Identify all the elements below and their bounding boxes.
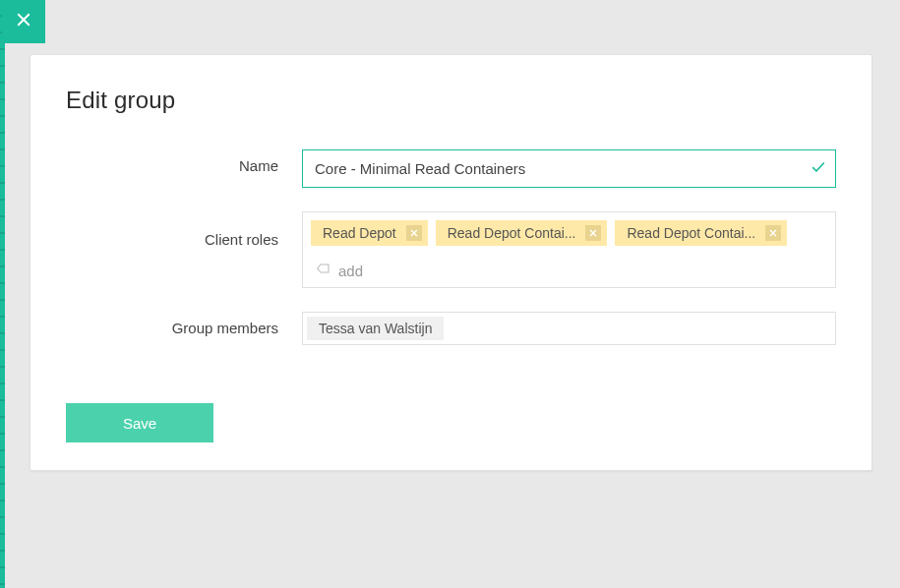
name-input-wrap [302, 149, 836, 188]
row-client-roles: Client roles Read Depot Read Depot Conta… [66, 211, 836, 288]
remove-role-button[interactable] [585, 225, 601, 241]
member-chip: Tessa van Walstijn [307, 317, 444, 340]
role-tag: Read Depot Contai... [615, 220, 787, 246]
check-icon [810, 159, 826, 179]
remove-role-button[interactable] [406, 225, 422, 241]
close-icon [15, 11, 32, 32]
role-tag-label: Read Depot [323, 225, 396, 241]
name-input[interactable] [302, 149, 836, 188]
role-tag: Read Depot [311, 220, 428, 246]
page-title: Edit group [66, 87, 836, 114]
client-roles-input[interactable]: Read Depot Read Depot Contai... [302, 211, 836, 288]
role-tag: Read Depot Contai... [436, 220, 608, 246]
sidebar-accent [0, 0, 5, 588]
role-tag-label: Read Depot Contai... [627, 225, 755, 241]
row-group-members: Group members Tessa van Walstijn [66, 312, 836, 345]
add-role-placeholder: add [338, 263, 363, 279]
group-members-input[interactable]: Tessa van Walstijn [302, 312, 836, 345]
label-name: Name [66, 149, 302, 174]
member-chip-label: Tessa van Walstijn [319, 321, 432, 336]
label-client-roles: Client roles [66, 211, 302, 248]
remove-role-button[interactable] [765, 225, 781, 241]
add-role-row[interactable]: add [311, 260, 827, 285]
row-name: Name [66, 149, 836, 188]
role-tag-label: Read Depot Contai... [448, 225, 576, 241]
edit-group-panel: Edit group Name Client roles Read Depot [30, 54, 872, 471]
save-button[interactable]: Save [66, 403, 213, 442]
label-group-members: Group members [66, 312, 302, 336]
tag-icon [315, 262, 330, 279]
close-button[interactable] [2, 0, 45, 43]
